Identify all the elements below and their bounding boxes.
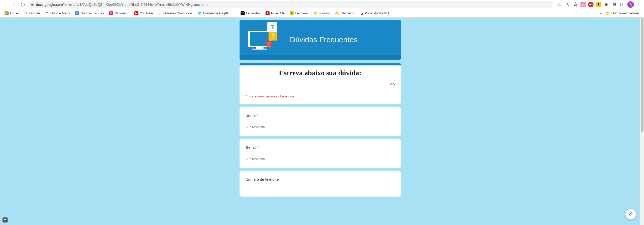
bookmark-label: Invincible [271, 11, 285, 15]
bookmark-moveis[interactable]: 📁móveis [312, 10, 332, 16]
portal-icon: ◢ [360, 11, 363, 15]
translate-icon: 文 [75, 11, 79, 15]
folder-icon: 📁 [335, 11, 339, 15]
bookmark-label: Google [29, 11, 40, 15]
bookmark-label: Dicionário [115, 11, 129, 15]
reading-list-icon[interactable] [611, 2, 617, 8]
question-label: Nome * [246, 113, 395, 118]
bookmark-maps[interactable]: 📍Google Maps [43, 10, 72, 16]
extension-y[interactable]: l [596, 2, 601, 7]
google-icon: G [24, 11, 28, 15]
bookmark-label: Portal do MPMG [365, 11, 389, 15]
page-viewport: ? ? ? Dúvidas Frequentes Escreva abaixo … [0, 18, 644, 225]
questao-icon: ⊃ [158, 11, 162, 15]
required-note: * Indica uma pergunta obrigatória [246, 91, 395, 98]
bookmark-google[interactable]: GGoogle [22, 10, 42, 16]
url-path: /forms/d/e/1FAIpQLScQEmXIpe59DuYrcnqRLsG… [63, 3, 208, 7]
question-label: E-mail * [246, 145, 395, 149]
url-domain: docs.google.com [36, 3, 63, 7]
svg-rect-1 [621, 3, 624, 6]
banner-graphic: ? ? ? [240, 20, 290, 60]
maps-icon: 📍 [45, 11, 49, 15]
invincible-icon: I [266, 11, 270, 15]
svg-point-4 [639, 4, 639, 5]
bookmark-label: Legendas [246, 11, 260, 15]
bookmark-outros[interactable]: 📁Outros marcadores [604, 10, 641, 16]
form-title: Escreva abaixo sua dúvida: [246, 69, 395, 77]
globe-icon: 🌐 [197, 11, 201, 15]
address-bar[interactable]: docs.google.com/forms/d/e/1FAIpQLScQEmXI… [28, 1, 553, 8]
bookmark-gmail[interactable]: MGmail [3, 10, 21, 16]
question-bubble-icon: ? [267, 22, 277, 32]
zoom-icon[interactable] [556, 2, 562, 8]
profile-avatar[interactable]: A [627, 1, 634, 8]
reload-button[interactable] [19, 1, 26, 8]
question-card-telefone: Número de telefone [240, 171, 401, 197]
bookmark-label: Le Livros [295, 11, 309, 15]
edit-form-button[interactable] [625, 209, 636, 219]
bookmark-portal[interactable]: ◢Portal do MPMG [358, 10, 391, 16]
bookmark-questao[interactable]: ⊃Questão Concursos [156, 10, 194, 16]
report-problem-button[interactable] [3, 217, 8, 222]
bookmark-label: Google Tradutor [80, 11, 104, 15]
cloud-saved-icon[interactable] [390, 82, 395, 88]
svg-point-3 [639, 3, 639, 4]
bookmark-label: Gmail [10, 11, 19, 15]
bookmark-label: Credenciados (IPSE... [203, 11, 236, 15]
question-bubble-icon: ? [266, 41, 272, 47]
bookmark-invincible[interactable]: IInvincible [264, 10, 287, 16]
chrome-menu-icon[interactable] [636, 2, 642, 8]
banner-title: Dúvidas Frequentes [290, 35, 358, 44]
lelivros-icon: L [290, 11, 294, 15]
scrollbar-thumb[interactable] [641, 18, 643, 132]
back-button[interactable] [2, 1, 9, 8]
bookmark-credenciados[interactable]: 🌐Credenciados (IPSE... [195, 10, 238, 16]
bookmark-tradutor[interactable]: 文Google Tradutor [73, 10, 106, 16]
extension-abp[interactable]: ABP [588, 2, 594, 7]
bookmarks-bar: MGmail GGoogle 📍Google Maps 文Google Trad… [0, 9, 644, 18]
input-nome[interactable] [246, 124, 317, 130]
dictionary-icon: P [109, 11, 113, 15]
page-content: ? ? ? Dúvidas Frequentes Escreva abaixo … [0, 18, 640, 225]
form-title-card: Escreva abaixo sua dúvida: * Indica uma … [240, 63, 401, 104]
lock-icon [31, 3, 34, 7]
forward-button[interactable] [11, 1, 18, 8]
bookmark-label: Questão Concursos [163, 11, 192, 15]
bookmark-star-icon[interactable] [572, 2, 578, 8]
bookmark-label: YouTube [140, 11, 153, 15]
bookmarks-overflow[interactable]: » [599, 10, 603, 16]
bookmark-youtube[interactable]: ▶YouTube [132, 10, 155, 16]
form-banner: ? ? ? Dúvidas Frequentes [240, 20, 401, 60]
bookmark-legendas[interactable]: CCLegendas [239, 10, 262, 16]
browser-toolbar: docs.google.com/forms/d/e/1FAIpQLScQEmXI… [0, 0, 644, 9]
bookmark-dicionario[interactable]: PDicionário [107, 10, 131, 16]
bookmark-label: móveis [319, 11, 330, 15]
extension-m[interactable]: m [580, 2, 586, 7]
youtube-icon: ▶ [134, 11, 138, 15]
vertical-scrollbar[interactable] [640, 18, 644, 225]
question-card-email: E-mail * [240, 139, 401, 168]
subtitles-icon: CC [241, 11, 245, 15]
bookmark-retroarch[interactable]: 📁RetroArch [333, 10, 358, 16]
question-card-nome: Nome * [240, 107, 401, 136]
gmail-icon: M [5, 11, 9, 15]
share-icon[interactable] [564, 2, 570, 8]
extensions-icon[interactable] [603, 2, 609, 8]
folder-icon: 📁 [314, 11, 318, 15]
bookmark-label: Outros marcadores [611, 11, 639, 15]
question-label: Número de telefone [246, 177, 395, 181]
bookmark-label: Google Maps [50, 11, 70, 15]
side-panel-icon[interactable] [619, 2, 625, 8]
question-bubble-icon: ? [269, 32, 277, 41]
folder-icon: 📁 [606, 11, 610, 15]
bookmark-lelivros[interactable]: LLe Livros [288, 10, 311, 16]
input-email[interactable] [246, 156, 317, 162]
bookmark-label: RetroArch [341, 11, 356, 15]
svg-point-5 [639, 5, 639, 6]
